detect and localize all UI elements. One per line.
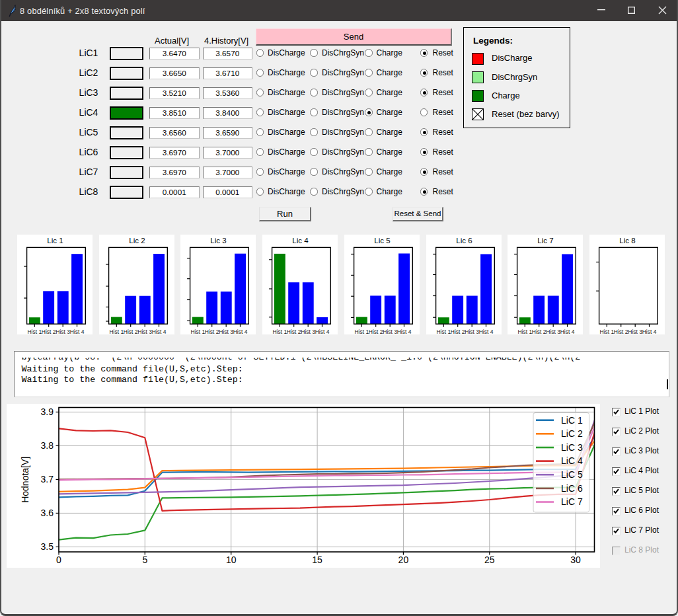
svg-text:20: 20 [398,555,409,565]
svg-text:Hist 2: Hist 2 [124,328,138,334]
svg-text:Hist 3: Hist 3 [219,328,234,334]
svg-text:Hist 4: Hist 4 [233,328,248,334]
svg-text:10: 10 [226,555,237,565]
svg-text:Hist 4: Hist 4 [315,328,330,334]
svg-text:Hist 2: Hist 2 [532,328,546,334]
svg-text:Lic 1: Lic 1 [47,237,63,245]
svg-text:3.7: 3.7 [41,474,54,484]
svg-text:Hist 4: Hist 4 [642,328,657,334]
svg-text:Lic 6: Lic 6 [456,237,472,245]
svg-text:Hist 1: Hist 1 [191,328,206,334]
svg-text:Hist 1: Hist 1 [518,328,533,334]
svg-text:25: 25 [484,555,495,565]
svg-text:Lic 4: Lic 4 [292,237,309,245]
svg-text:Hist 3: Hist 3 [301,328,315,334]
svg-text:Hist 2: Hist 2 [614,328,628,334]
svg-text:3.6: 3.6 [41,508,54,518]
svg-text:5: 5 [142,555,147,565]
svg-text:Hist 1: Hist 1 [109,328,124,334]
svg-text:LiC 1: LiC 1 [561,415,583,426]
svg-text:Hist 2: Hist 2 [205,328,219,334]
svg-text:LiC 5: LiC 5 [561,469,583,480]
svg-text:Hist 1: Hist 1 [436,328,451,334]
svg-text:30: 30 [570,555,581,565]
svg-text:Hist 1: Hist 1 [599,328,614,334]
svg-text:Hist 2: Hist 2 [450,328,465,334]
svg-text:3.5: 3.5 [41,541,54,552]
svg-text:Hodnota[V]: Hodnota[V] [20,457,30,503]
svg-text:Hist 3: Hist 3 [628,328,642,334]
svg-text:Hist 1: Hist 1 [27,328,42,334]
svg-text:Hist 3: Hist 3 [546,328,561,334]
svg-text:3.9: 3.9 [41,406,54,417]
svg-text:Hist 3: Hist 3 [137,328,152,334]
svg-text:3.8: 3.8 [41,440,54,451]
svg-text:Hist 3: Hist 3 [383,328,397,334]
svg-text:LiC 7: LiC 7 [561,496,583,507]
svg-text:Lic 7: Lic 7 [538,237,554,245]
svg-text:Hist 4: Hist 4 [70,328,85,334]
svg-text:LiC 3: LiC 3 [561,442,583,453]
svg-text:LiC 2: LiC 2 [561,428,583,439]
svg-text:Hist 4: Hist 4 [560,328,575,334]
svg-text:Hist 2: Hist 2 [287,328,301,334]
svg-text:LiC 4: LiC 4 [561,455,583,466]
svg-text:Lic 8: Lic 8 [619,237,635,245]
svg-text:Hist 4: Hist 4 [478,328,493,334]
svg-text:Hist 3: Hist 3 [56,328,70,334]
svg-text:Hist 2: Hist 2 [42,328,56,334]
svg-text:Hist 2: Hist 2 [369,328,383,334]
svg-text:Hist 1: Hist 1 [273,328,287,334]
svg-text:Lic 2: Lic 2 [129,237,145,245]
svg-text:Hist 4: Hist 4 [396,328,411,334]
svg-text:Hist 1: Hist 1 [354,328,369,334]
svg-text:Hist 3: Hist 3 [465,328,479,334]
svg-text:Lic 5: Lic 5 [374,237,390,245]
svg-text:Lic 3: Lic 3 [211,237,227,245]
svg-text:LiC 6: LiC 6 [561,483,583,494]
svg-text:Hist 4: Hist 4 [151,328,166,334]
svg-text:15: 15 [312,555,322,565]
svg-text:0: 0 [56,555,61,565]
